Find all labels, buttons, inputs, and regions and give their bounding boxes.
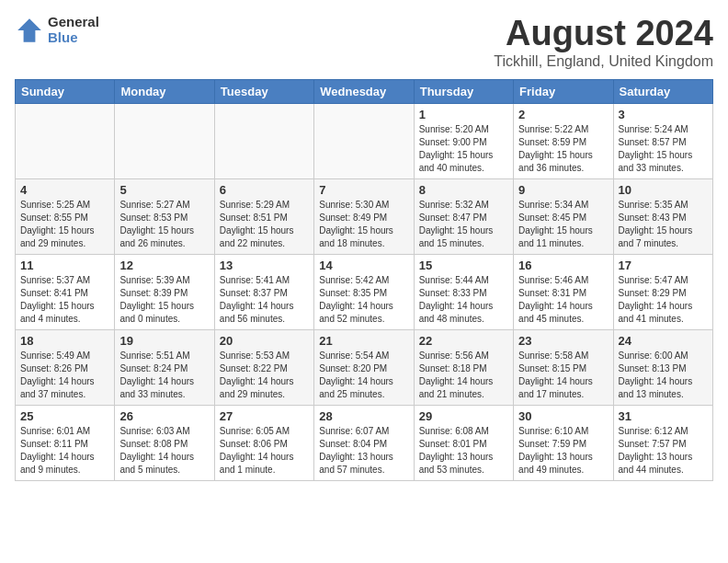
day-number: 9 <box>518 183 608 197</box>
day-number: 23 <box>518 334 608 348</box>
day-info: Sunrise: 5:53 AM Sunset: 8:22 PM Dayligh… <box>220 350 309 401</box>
title-section: August 2024 Tickhill, England, United Ki… <box>494 15 713 70</box>
day-info: Sunrise: 5:39 AM Sunset: 8:39 PM Dayligh… <box>119 274 209 326</box>
calendar-cell: 19Sunrise: 5:51 AM Sunset: 8:24 PM Dayli… <box>115 329 214 405</box>
day-number: 26 <box>119 409 209 423</box>
day-number: 19 <box>119 334 209 348</box>
month-title: August 2024 <box>494 15 713 53</box>
calendar-cell: 1Sunrise: 5:20 AM Sunset: 9:00 PM Daylig… <box>414 103 513 178</box>
weekday-header-wednesday: Wednesday <box>314 79 414 103</box>
logo-text: General Blue <box>48 15 99 45</box>
day-number: 21 <box>319 334 408 348</box>
calendar-cell: 12Sunrise: 5:39 AM Sunset: 8:39 PM Dayli… <box>115 254 214 329</box>
day-number: 1 <box>419 108 508 121</box>
day-number: 6 <box>220 183 309 197</box>
calendar-cell: 23Sunrise: 5:58 AM Sunset: 8:15 PM Dayli… <box>514 329 613 405</box>
weekday-header-friday: Friday <box>514 79 613 103</box>
day-number: 14 <box>319 259 408 272</box>
calendar-week-row: 25Sunrise: 6:01 AM Sunset: 8:11 PM Dayli… <box>16 405 713 480</box>
day-info: Sunrise: 5:30 AM Sunset: 8:49 PM Dayligh… <box>319 199 408 250</box>
logo: General Blue <box>15 15 99 45</box>
day-number: 27 <box>220 409 309 423</box>
calendar-cell: 25Sunrise: 6:01 AM Sunset: 8:11 PM Dayli… <box>16 405 115 480</box>
day-number: 10 <box>619 183 708 197</box>
calendar-cell: 9Sunrise: 5:34 AM Sunset: 8:45 PM Daylig… <box>514 178 613 254</box>
weekday-header-tuesday: Tuesday <box>214 79 313 103</box>
day-number: 12 <box>119 259 209 272</box>
day-info: Sunrise: 6:08 AM Sunset: 8:01 PM Dayligh… <box>419 425 508 477</box>
day-info: Sunrise: 6:07 AM Sunset: 8:04 PM Dayligh… <box>319 425 408 477</box>
weekday-header-sunday: Sunday <box>16 79 115 103</box>
day-info: Sunrise: 5:41 AM Sunset: 8:37 PM Dayligh… <box>220 274 309 326</box>
logo-blue: Blue <box>48 30 99 46</box>
day-number: 15 <box>419 259 508 272</box>
calendar-cell: 30Sunrise: 6:10 AM Sunset: 7:59 PM Dayli… <box>514 405 613 480</box>
day-info: Sunrise: 5:22 AM Sunset: 8:59 PM Dayligh… <box>518 123 608 175</box>
calendar-cell: 5Sunrise: 5:27 AM Sunset: 8:53 PM Daylig… <box>115 178 214 254</box>
day-info: Sunrise: 6:00 AM Sunset: 8:13 PM Dayligh… <box>619 350 708 401</box>
calendar-cell: 28Sunrise: 6:07 AM Sunset: 8:04 PM Dayli… <box>314 405 414 480</box>
svg-marker-0 <box>17 18 41 42</box>
calendar-cell: 17Sunrise: 5:47 AM Sunset: 8:29 PM Dayli… <box>613 254 712 329</box>
calendar-cell: 31Sunrise: 6:12 AM Sunset: 7:57 PM Dayli… <box>613 405 712 480</box>
weekday-header-thursday: Thursday <box>414 79 513 103</box>
calendar-week-row: 1Sunrise: 5:20 AM Sunset: 9:00 PM Daylig… <box>16 103 713 178</box>
calendar-week-row: 18Sunrise: 5:49 AM Sunset: 8:26 PM Dayli… <box>16 329 713 405</box>
day-info: Sunrise: 5:20 AM Sunset: 9:00 PM Dayligh… <box>419 123 508 175</box>
calendar-cell: 4Sunrise: 5:25 AM Sunset: 8:55 PM Daylig… <box>16 178 115 254</box>
day-info: Sunrise: 5:34 AM Sunset: 8:45 PM Dayligh… <box>518 199 608 250</box>
day-info: Sunrise: 5:46 AM Sunset: 8:31 PM Dayligh… <box>518 274 608 326</box>
calendar-cell: 22Sunrise: 5:56 AM Sunset: 8:18 PM Dayli… <box>414 329 513 405</box>
day-info: Sunrise: 5:44 AM Sunset: 8:33 PM Dayligh… <box>419 274 508 326</box>
calendar-cell: 24Sunrise: 6:00 AM Sunset: 8:13 PM Dayli… <box>613 329 712 405</box>
day-number: 28 <box>319 409 408 423</box>
calendar-week-row: 4Sunrise: 5:25 AM Sunset: 8:55 PM Daylig… <box>16 178 713 254</box>
day-info: Sunrise: 5:37 AM Sunset: 8:41 PM Dayligh… <box>20 274 109 326</box>
day-number: 5 <box>119 183 209 197</box>
day-number: 17 <box>619 259 708 272</box>
calendar-cell: 26Sunrise: 6:03 AM Sunset: 8:08 PM Dayli… <box>115 405 214 480</box>
day-number: 4 <box>20 183 109 197</box>
day-info: Sunrise: 5:54 AM Sunset: 8:20 PM Dayligh… <box>319 350 408 401</box>
day-info: Sunrise: 6:03 AM Sunset: 8:08 PM Dayligh… <box>119 425 209 477</box>
day-info: Sunrise: 5:42 AM Sunset: 8:35 PM Dayligh… <box>319 274 408 326</box>
day-info: Sunrise: 6:01 AM Sunset: 8:11 PM Dayligh… <box>20 425 109 477</box>
day-info: Sunrise: 6:10 AM Sunset: 7:59 PM Dayligh… <box>518 425 608 477</box>
day-info: Sunrise: 5:56 AM Sunset: 8:18 PM Dayligh… <box>419 350 508 401</box>
day-info: Sunrise: 5:29 AM Sunset: 8:51 PM Dayligh… <box>220 199 309 250</box>
day-info: Sunrise: 5:25 AM Sunset: 8:55 PM Dayligh… <box>20 199 109 250</box>
calendar-cell: 10Sunrise: 5:35 AM Sunset: 8:43 PM Dayli… <box>613 178 712 254</box>
calendar-cell: 27Sunrise: 6:05 AM Sunset: 8:06 PM Dayli… <box>214 405 313 480</box>
logo-general: General <box>48 15 99 30</box>
calendar-week-row: 11Sunrise: 5:37 AM Sunset: 8:41 PM Dayli… <box>16 254 713 329</box>
day-info: Sunrise: 5:47 AM Sunset: 8:29 PM Dayligh… <box>619 274 708 326</box>
calendar-cell: 13Sunrise: 5:41 AM Sunset: 8:37 PM Dayli… <box>214 254 313 329</box>
day-number: 22 <box>419 334 508 348</box>
calendar-cell: 14Sunrise: 5:42 AM Sunset: 8:35 PM Dayli… <box>314 254 414 329</box>
day-number: 20 <box>220 334 309 348</box>
calendar-cell: 2Sunrise: 5:22 AM Sunset: 8:59 PM Daylig… <box>514 103 613 178</box>
day-number: 25 <box>20 409 109 423</box>
day-info: Sunrise: 5:51 AM Sunset: 8:24 PM Dayligh… <box>119 350 209 401</box>
calendar-cell <box>16 103 115 178</box>
day-info: Sunrise: 5:58 AM Sunset: 8:15 PM Dayligh… <box>518 350 608 401</box>
day-number: 24 <box>619 334 708 348</box>
calendar-cell: 15Sunrise: 5:44 AM Sunset: 8:33 PM Dayli… <box>414 254 513 329</box>
day-info: Sunrise: 6:05 AM Sunset: 8:06 PM Dayligh… <box>220 425 309 477</box>
day-info: Sunrise: 5:24 AM Sunset: 8:57 PM Dayligh… <box>619 123 708 175</box>
calendar-cell: 16Sunrise: 5:46 AM Sunset: 8:31 PM Dayli… <box>514 254 613 329</box>
calendar-cell <box>115 103 214 178</box>
calendar-cell: 11Sunrise: 5:37 AM Sunset: 8:41 PM Dayli… <box>16 254 115 329</box>
day-number: 18 <box>20 334 109 348</box>
day-number: 11 <box>20 259 109 272</box>
calendar-cell: 18Sunrise: 5:49 AM Sunset: 8:26 PM Dayli… <box>16 329 115 405</box>
day-number: 31 <box>619 409 708 423</box>
day-info: Sunrise: 5:49 AM Sunset: 8:26 PM Dayligh… <box>20 350 109 401</box>
day-number: 7 <box>319 183 408 197</box>
day-info: Sunrise: 6:12 AM Sunset: 7:57 PM Dayligh… <box>619 425 708 477</box>
weekday-header-saturday: Saturday <box>613 79 712 103</box>
day-number: 30 <box>518 409 608 423</box>
calendar-cell <box>214 103 313 178</box>
day-number: 3 <box>619 108 708 121</box>
calendar-cell: 29Sunrise: 6:08 AM Sunset: 8:01 PM Dayli… <box>414 405 513 480</box>
